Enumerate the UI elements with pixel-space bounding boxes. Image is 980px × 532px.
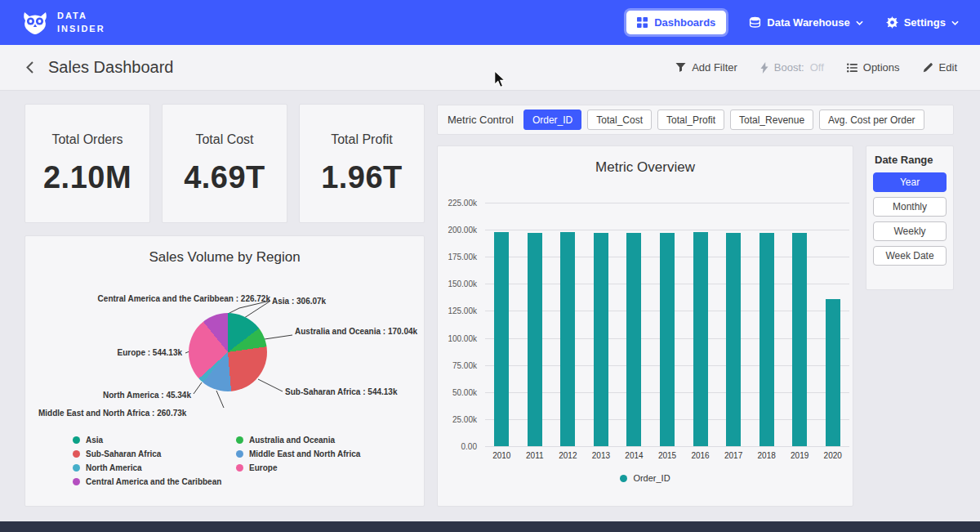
legend-dot bbox=[73, 436, 80, 444]
legend-label: Europe bbox=[249, 463, 277, 472]
legend-dot bbox=[236, 450, 243, 458]
database-icon bbox=[749, 16, 761, 29]
legend-item-europe[interactable]: Europe bbox=[236, 463, 360, 472]
bar-column: 2020 bbox=[816, 203, 849, 446]
pie-label-europe: Europe : 544.13k bbox=[118, 348, 182, 357]
bar[interactable] bbox=[760, 233, 774, 446]
legend-label: Central America and the Caribbean bbox=[86, 477, 221, 486]
y-axis-tick: 175.00k bbox=[448, 253, 477, 262]
legend-label: Asia bbox=[86, 436, 103, 445]
options-button[interactable]: Options bbox=[847, 61, 900, 74]
x-axis-tick: 2020 bbox=[824, 451, 842, 460]
kpi-total-orders: Total Orders 2.10M bbox=[24, 104, 150, 223]
y-axis: 0.0025.00k50.00k75.00k100.00k125.00k150.… bbox=[438, 203, 480, 446]
settings-label: Settings bbox=[904, 16, 946, 29]
legend-item-middle-east[interactable]: Middle East and North Africa bbox=[236, 449, 360, 458]
bar[interactable] bbox=[792, 233, 807, 446]
x-axis-tick: 2013 bbox=[592, 451, 610, 460]
pie[interactable] bbox=[189, 313, 267, 391]
add-filter-button[interactable]: Add Filter bbox=[675, 61, 737, 74]
bar[interactable] bbox=[826, 299, 840, 446]
navbar-right: Dashboards Data Warehouse Settings bbox=[626, 11, 959, 34]
metric-button-total-profit[interactable]: Total_Profit bbox=[657, 110, 724, 130]
bar[interactable] bbox=[494, 232, 509, 446]
x-axis-tick: 2016 bbox=[691, 451, 709, 460]
legend-label: Sub-Saharan Africa bbox=[86, 449, 161, 458]
legend-dot bbox=[73, 450, 80, 458]
y-axis-tick: 125.00k bbox=[448, 306, 477, 315]
options-label: Options bbox=[863, 61, 900, 74]
bar[interactable] bbox=[726, 233, 741, 446]
bar-column: 2018 bbox=[750, 203, 783, 446]
dashboards-button[interactable]: Dashboards bbox=[626, 11, 726, 34]
sales-volume-by-region-card: Sales Volume by Region Central America a… bbox=[24, 235, 425, 507]
kpi-value: 2.10M bbox=[43, 160, 131, 195]
y-axis-tick: 100.00k bbox=[448, 333, 477, 342]
chevron-down-icon bbox=[951, 20, 959, 25]
kpi-row: Total Orders 2.10M Total Cost 4.69T Tota… bbox=[24, 104, 425, 223]
pie-label-central-america: Central America and the Caribbean : 226.… bbox=[98, 294, 270, 303]
metric-button-order-id[interactable]: Order_ID bbox=[523, 110, 581, 130]
bar[interactable] bbox=[594, 233, 608, 446]
y-axis-tick: 25.00k bbox=[452, 414, 477, 423]
kpi-label: Total Profit bbox=[331, 132, 393, 147]
bar-chart-plot: 2010201120122013201420152016201720182019… bbox=[485, 203, 849, 446]
legend-item-asia[interactable]: Asia bbox=[73, 436, 236, 445]
legend-item-australia-oceania[interactable]: Australia and Oceania bbox=[236, 436, 360, 445]
bar[interactable] bbox=[560, 232, 575, 446]
bar-column: 2010 bbox=[485, 203, 519, 446]
legend-item-north-america[interactable]: North America bbox=[73, 463, 236, 472]
kpi-value: 4.69T bbox=[184, 160, 265, 195]
x-axis-tick: 2012 bbox=[559, 451, 577, 460]
data-warehouse-menu[interactable]: Data Warehouse bbox=[749, 16, 862, 29]
brand-text: DATA INSIDER bbox=[57, 10, 105, 36]
pie-legend-column: Asia Sub-Saharan Africa North America Ce… bbox=[73, 436, 236, 486]
y-axis-tick: 225.00k bbox=[448, 199, 477, 208]
metric-button-total-revenue[interactable]: Total_Revenue bbox=[730, 110, 813, 130]
pie-chart-title: Sales Volume by Region bbox=[25, 249, 424, 266]
pie-label-asia: Asia : 306.07k bbox=[272, 297, 326, 306]
y-axis-tick: 200.00k bbox=[448, 226, 477, 235]
date-range-weekly-button[interactable]: Weekly bbox=[873, 221, 947, 241]
dashboards-grid-icon bbox=[637, 17, 648, 28]
legend-dot bbox=[236, 436, 243, 444]
filter-funnel-icon bbox=[675, 62, 686, 73]
top-navbar: DATA INSIDER Dashboards Data Warehouse bbox=[0, 0, 980, 45]
pie-legend: Asia Sub-Saharan Africa North America Ce… bbox=[25, 436, 424, 486]
date-range-monthly-button[interactable]: Monthly bbox=[873, 197, 947, 217]
metric-button-avg-cost-per-order[interactable]: Avg. Cost per Order bbox=[819, 110, 924, 130]
back-button[interactable] bbox=[23, 58, 37, 77]
pie-label-sub-saharan: Sub-Saharan Africa : 544.13k bbox=[285, 387, 397, 396]
bar[interactable] bbox=[660, 233, 675, 446]
bar[interactable] bbox=[528, 233, 542, 446]
boost-label: Boost: bbox=[774, 61, 804, 74]
edit-button[interactable]: Edit bbox=[923, 61, 957, 74]
settings-menu[interactable]: Settings bbox=[886, 16, 959, 29]
bar-column: 2011 bbox=[519, 203, 552, 446]
brand[interactable]: DATA INSIDER bbox=[21, 10, 105, 36]
pie-label-australia-oceania: Australia and Oceania : 170.04k bbox=[295, 327, 417, 336]
bar[interactable] bbox=[693, 232, 708, 446]
boost-toggle[interactable]: Boost: Off bbox=[760, 61, 824, 74]
kpi-total-profit: Total Profit 1.96T bbox=[299, 104, 425, 223]
bar-chart-legend[interactable]: Order_ID bbox=[438, 473, 853, 483]
x-axis-tick: 2010 bbox=[492, 451, 510, 460]
y-axis-tick: 150.00k bbox=[448, 279, 477, 288]
legend-dot bbox=[73, 478, 80, 485]
dashboards-label: Dashboards bbox=[654, 16, 715, 29]
owl-logo-icon bbox=[21, 11, 49, 35]
legend-item-sub-saharan[interactable]: Sub-Saharan Africa bbox=[73, 449, 236, 458]
data-warehouse-label: Data Warehouse bbox=[767, 16, 849, 29]
legend-item-central-america[interactable]: Central America and the Caribbean bbox=[73, 477, 236, 486]
date-range-week-date-button[interactable]: Week Date bbox=[873, 246, 947, 266]
metric-button-total-cost[interactable]: Total_Cost bbox=[587, 110, 652, 130]
bar-column: 2015 bbox=[651, 203, 684, 446]
header-actions: Add Filter Boost: Off Options Edit bbox=[675, 61, 957, 74]
legend-label: North America bbox=[86, 463, 142, 472]
x-axis-tick: 2017 bbox=[724, 451, 742, 460]
bar[interactable] bbox=[626, 233, 641, 446]
date-range-year-button[interactable]: Year bbox=[873, 172, 947, 192]
brand-line1: DATA bbox=[57, 10, 105, 23]
kpi-label: Total Cost bbox=[195, 132, 253, 147]
list-icon bbox=[847, 63, 858, 73]
